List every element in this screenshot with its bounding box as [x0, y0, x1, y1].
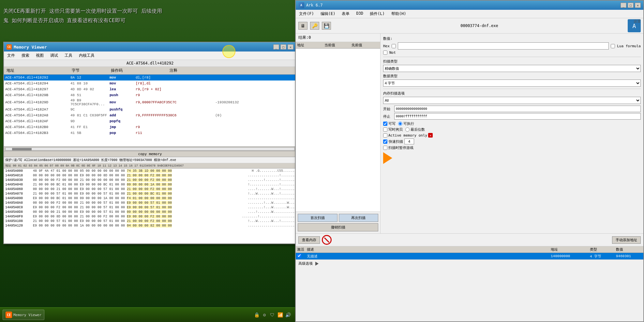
ark-maximize-button[interactable]: □ [628, 3, 634, 8]
toolbar-monitor-icon[interactable]: 🖥 [298, 22, 307, 30]
toolbar-key-icon[interactable]: 🔑 [310, 22, 319, 30]
last-digit-radio[interactable] [405, 127, 410, 132]
system-tray: 🔒 ⚙ 🛡 📶 🔊 [253, 312, 292, 318]
executable-check: 可执行 [398, 121, 414, 126]
scan-buttons-row1: 首次扫描 再次扫描 [298, 214, 378, 222]
ark-app-title: 00003774-dnf.exe [334, 23, 625, 28]
executable-radio[interactable] [398, 122, 402, 126]
active-memory-x-button[interactable]: ✕ [428, 133, 433, 138]
tray-icon-5[interactable]: 🔊 [285, 312, 291, 318]
disasm-row[interactable]: ACE-ATS64.dll+4182AF 9D popfq [4, 118, 296, 124]
ce-title-icon: CE [7, 44, 12, 50]
mem-options-section: 内存扫描选项 All [383, 91, 641, 104]
copy-memory-bar[interactable]: copy memory [4, 151, 296, 157]
fast-scan-value-input[interactable] [404, 139, 414, 144]
scan-button-area: 首次扫描 再次扫描 撤销扫描 [296, 212, 380, 233]
cancel-button[interactable] [322, 235, 332, 245]
horizontal-scrollbar[interactable] [4, 146, 296, 151]
value-row: 数值: [383, 36, 641, 41]
menu-kernel[interactable]: 内核工具 [77, 52, 97, 59]
fast-scan-row: 快速扫描 [383, 139, 641, 144]
disasm-row[interactable]: ACE-ATS64.dll+4182A7 9C pushfq [4, 107, 296, 112]
settings-panel: 数值: Hex Lua formula Not 扫描类型 [381, 34, 643, 233]
hex-row: Hex Lua formula [383, 42, 641, 50]
menu-search[interactable]: 搜索 [20, 52, 31, 59]
last-digit-label: 最后位数 [411, 127, 425, 132]
menu-tools[interactable]: 工具 [63, 52, 74, 59]
ark-menu-file[interactable]: 文件(F) [297, 10, 316, 17]
readable-label: 可写 [388, 121, 396, 126]
last-digit-check: 最后位数 [405, 127, 425, 132]
close-button[interactable]: ✕ [288, 44, 293, 50]
hex-row: 14A95A120 E9 00 00 00 09 00 00 00 1A 00 … [4, 223, 296, 228]
not-row: Not [383, 51, 641, 55]
disasm-table[interactable]: ACE-ATS64.dll+418292 8A 12 mov dl,[r8] A… [4, 75, 296, 146]
taskbar-ce-item[interactable]: CE Memory Viewer [3, 310, 44, 320]
divider2 [383, 89, 641, 89]
disasm-row[interactable]: ACE-ATS64.dll+4182B0 41 FF E1 jmp r9 [4, 124, 296, 130]
fast-scan-checkbox[interactable] [383, 139, 387, 144]
hex-row: 14A95A018 00 00 00 00 00 00 00 00 E9 00 … [4, 173, 296, 178]
tray-icon-2[interactable]: ⚙ [261, 312, 268, 318]
ark-toolbar: 🖥 🔑 💾 00003774-dnf.exe A 设置 [296, 18, 643, 34]
scan-results-area[interactable] [296, 49, 380, 212]
mem-region-select[interactable]: All [383, 97, 641, 104]
toolbar-save-icon[interactable]: 💾 [322, 22, 331, 30]
permission-checkboxes: 可写 可执行 [383, 121, 641, 126]
minimize-button[interactable]: _ [273, 44, 279, 50]
readable-check: 可写 [383, 121, 396, 126]
menu-view[interactable]: 视图 [34, 52, 46, 59]
ark-titlebar: A Ark 6.7 _ □ ✕ [296, 1, 643, 10]
pause-game-checkbox[interactable] [383, 146, 387, 150]
ark-window-controls: _ □ ✕ [621, 3, 641, 8]
ark-menu-help[interactable]: 帮助(H) [389, 10, 408, 17]
ark-menu-edit[interactable]: 编辑(E) [319, 10, 337, 17]
disasm-row[interactable]: ACE-ATS64.dll+418297 4D 8D 49 02 lea r9,… [4, 86, 296, 92]
hex-row: 14A95A060 00 00 00 00 21 00 00 00 E9 00 … [4, 187, 296, 191]
disasm-row[interactable]: ACE-ATS64.dll+4182A8 49 81 C1 C630F5FF a… [4, 112, 296, 118]
hex-checkbox[interactable] [392, 44, 396, 48]
result-active-checkbox[interactable] [297, 254, 301, 258]
disasm-row[interactable]: ACE-ATS64.dll+41829D 49 B9 7C5CF38CFA7F0… [4, 98, 296, 107]
hex-row: 14A95A048 21 00 00 00 BC 01 00 00 E9 00 … [4, 182, 296, 187]
scan-type-select[interactable]: 精确数值 [383, 65, 641, 72]
advanced-expand-icon[interactable] [315, 262, 319, 266]
menu-file[interactable]: 文件 [5, 52, 17, 59]
hex-dump-area[interactable]: 14A95A000 48 9F 4A 47 01 00 00 00 05 00 … [4, 168, 296, 243]
disasm-row[interactable]: ACE-ATS64.dll+4182B3 41 5B pop r11 [4, 130, 296, 136]
ark-minimize-button[interactable]: _ [621, 3, 626, 8]
maximize-button[interactable]: □ [280, 44, 286, 50]
stop-address-input[interactable] [394, 113, 641, 120]
first-scan-button[interactable]: 首次扫描 [298, 214, 337, 222]
readable-checkbox[interactable] [383, 122, 387, 126]
disasm-row[interactable]: ACE-ATS64.dll+418292 8A 12 mov dl,[r8] [4, 75, 296, 80]
results-table-row[interactable]: 无描述 140000000 4 字节 9460301 [296, 253, 643, 259]
next-scan-button[interactable]: 再次扫描 [339, 214, 379, 222]
disasm-row[interactable]: ACE-ATS64.dll+41829B 48 51 push r9 [4, 92, 296, 98]
manual-add-button[interactable]: 手动添加地址 [612, 236, 641, 244]
active-memory-checkbox[interactable] [383, 133, 387, 138]
tray-icon-3[interactable]: 🛡 [269, 312, 276, 318]
pause-game-label: 扫描时暂停游戏 [388, 145, 413, 150]
tray-icon-1[interactable]: 🔒 [253, 312, 260, 318]
disasm-row[interactable]: ACE-ATS64.dll+418294 41 88 10 mov [r8],d… [4, 80, 296, 86]
writable-checkbox[interactable] [383, 127, 387, 132]
ark-menu-form[interactable]: 表单 [340, 10, 352, 17]
tray-icon-4[interactable]: 📶 [277, 312, 283, 318]
ark-menu-plugin[interactable]: 插件(L) [368, 10, 387, 17]
lua-formula-checkbox[interactable] [611, 44, 615, 48]
arrow-right-button[interactable] [383, 152, 392, 164]
not-checkbox[interactable] [383, 51, 387, 55]
lua-formula-label: Lua formula [617, 44, 641, 48]
view-memory-button[interactable]: 查看内存 [298, 236, 320, 244]
scan-buttons-row2: 撤销扫描 [298, 223, 378, 231]
ark-menu-d3d[interactable]: D3D [354, 10, 365, 17]
ark-close-button[interactable]: ✕ [635, 3, 641, 8]
ark-main-content: 结果:0 地址 当前值 先前值 首次扫描 再次扫描 撤销扫描 [296, 34, 643, 234]
start-address-input[interactable] [394, 106, 641, 112]
undo-scan-button[interactable]: 撤销扫描 [298, 223, 378, 231]
value-input[interactable] [398, 42, 609, 50]
menu-debug[interactable]: 调试 [48, 52, 60, 59]
data-type-select[interactable]: 4 字节 [383, 80, 641, 87]
results-table-body[interactable]: 无描述 140000000 4 字节 9460301 [296, 253, 643, 259]
